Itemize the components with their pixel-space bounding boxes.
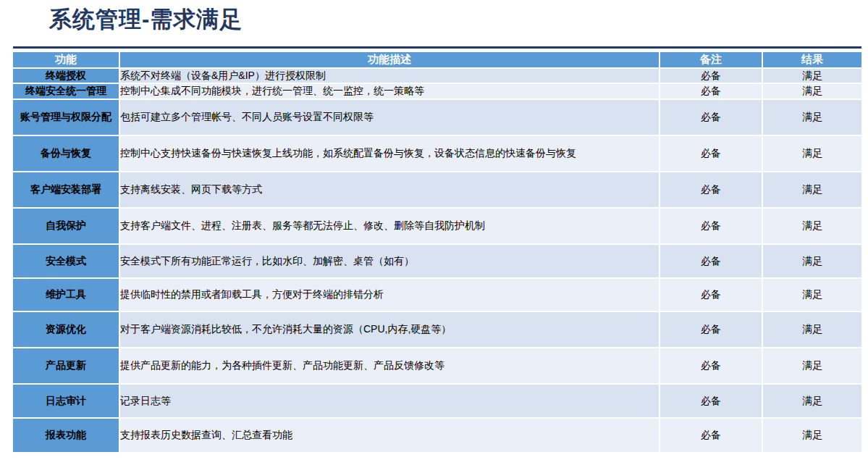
description-cell: 控制中心集成不同功能模块，进行统一管理、统一监控，统一策略等: [119, 83, 660, 99]
description-cell: 系统不对终端（设备&用户&IP）进行授权限制: [119, 68, 660, 83]
remark-cell: 必备: [660, 68, 762, 83]
description-cell: 控制中心支持快速备份与快速恢复上线功能，如系统配置备份与恢复，设备状态信息的快速…: [119, 135, 660, 172]
feature-cell: 资源优化: [12, 311, 119, 348]
feature-cell: 报表功能: [12, 418, 119, 453]
result-cell: 满足: [762, 418, 862, 453]
description-cell: 支持离线安装、网页下载等方式: [119, 172, 660, 208]
result-cell: 满足: [762, 244, 862, 278]
result-cell: 满足: [762, 68, 862, 83]
description-cell: 支持报表历史数据查询、汇总查看功能: [119, 418, 660, 453]
table-row: 终端授权 系统不对终端（设备&用户&IP）进行授权限制 必备 满足: [12, 68, 862, 83]
table-row: 资源优化 对于客户端资源消耗比较低，不允许消耗大量的资源（CPU,内存,硬盘等）…: [12, 311, 862, 348]
result-cell: 满足: [762, 384, 862, 418]
remark-cell: 必备: [660, 83, 762, 99]
feature-cell: 终端安全统一管理: [12, 83, 119, 99]
description-cell: 安全模式下所有功能正常运行，比如水印、加解密、桌管（如有）: [119, 244, 660, 278]
remark-cell: 必备: [660, 172, 762, 208]
table-header-row: 功能 功能描述 备注 结果: [12, 51, 862, 68]
requirements-table: 功能 功能描述 备注 结果 终端授权 系统不对终端（设备&用户&IP）进行授权限…: [12, 51, 863, 453]
header-description: 功能描述: [119, 51, 660, 68]
remark-cell: 必备: [660, 418, 762, 453]
description-cell: 支持客户端文件、进程、注册表、服务等都无法停止、修改、删除等自我防护机制: [119, 208, 660, 244]
header-remark: 备注: [660, 51, 762, 68]
result-cell: 满足: [762, 311, 862, 348]
feature-cell: 客户端安装部署: [12, 172, 119, 208]
remark-cell: 必备: [660, 244, 762, 278]
description-cell: 记录日志等: [119, 384, 660, 418]
table-row: 安全模式 安全模式下所有功能正常运行，比如水印、加解密、桌管（如有） 必备 满足: [12, 244, 862, 278]
feature-cell: 维护工具: [12, 278, 119, 311]
result-cell: 满足: [762, 348, 862, 384]
table-row: 备份与恢复 控制中心支持快速备份与快速恢复上线功能，如系统配置备份与恢复，设备状…: [12, 135, 862, 172]
feature-cell: 安全模式: [12, 244, 119, 278]
result-cell: 满足: [762, 278, 862, 311]
remark-cell: 必备: [660, 348, 762, 384]
feature-cell: 产品更新: [12, 348, 119, 384]
feature-cell: 备份与恢复: [12, 135, 119, 172]
remark-cell: 必备: [660, 135, 762, 172]
table-row: 维护工具 提供临时性的禁用或者卸载工具，方便对于终端的排错分析 必备 满足: [12, 278, 862, 311]
remark-cell: 必备: [660, 311, 762, 348]
feature-cell: 自我保护: [12, 208, 119, 244]
result-cell: 满足: [762, 99, 862, 135]
result-cell: 满足: [762, 208, 862, 244]
page-title: 系统管理-需求满足: [49, 4, 243, 35]
remark-cell: 必备: [660, 99, 762, 135]
table-row: 账号管理与权限分配 包括可建立多个管理帐号、不同人员账号设置不同权限等 必备 满…: [12, 99, 862, 135]
slide: 系统管理-需求满足 功能 功能描述 备注 结果 终端授权 系统不对终端（设备&用…: [0, 0, 868, 473]
header-feature: 功能: [12, 51, 119, 68]
header-result: 结果: [762, 51, 862, 68]
description-cell: 包括可建立多个管理帐号、不同人员账号设置不同权限等: [119, 99, 660, 135]
remark-cell: 必备: [660, 384, 762, 418]
table-row: 终端安全统一管理 控制中心集成不同功能模块，进行统一管理、统一监控，统一策略等 …: [12, 83, 862, 99]
feature-cell: 日志审计: [12, 384, 119, 418]
result-cell: 满足: [762, 83, 862, 99]
result-cell: 满足: [762, 135, 862, 172]
table-row: 日志审计 记录日志等 必备 满足: [12, 384, 862, 418]
remark-cell: 必备: [660, 208, 762, 244]
description-cell: 提供临时性的禁用或者卸载工具，方便对于终端的排错分析: [119, 278, 660, 311]
table-row: 产品更新 提供产品更新的能力，为各种插件更新、产品功能更新、产品反馈修改等 必备…: [12, 348, 862, 384]
feature-cell: 账号管理与权限分配: [12, 99, 119, 135]
remark-cell: 必备: [660, 278, 762, 311]
description-cell: 对于客户端资源消耗比较低，不允许消耗大量的资源（CPU,内存,硬盘等）: [119, 311, 660, 348]
table-row: 客户端安装部署 支持离线安装、网页下载等方式 必备 满足: [12, 172, 862, 208]
title-divider: [13, 46, 861, 49]
description-cell: 提供产品更新的能力，为各种插件更新、产品功能更新、产品反馈修改等: [119, 348, 660, 384]
table-row: 报表功能 支持报表历史数据查询、汇总查看功能 必备 满足: [12, 418, 862, 453]
result-cell: 满足: [762, 172, 862, 208]
feature-cell: 终端授权: [12, 68, 119, 83]
table-row: 自我保护 支持客户端文件、进程、注册表、服务等都无法停止、修改、删除等自我防护机…: [12, 208, 862, 244]
